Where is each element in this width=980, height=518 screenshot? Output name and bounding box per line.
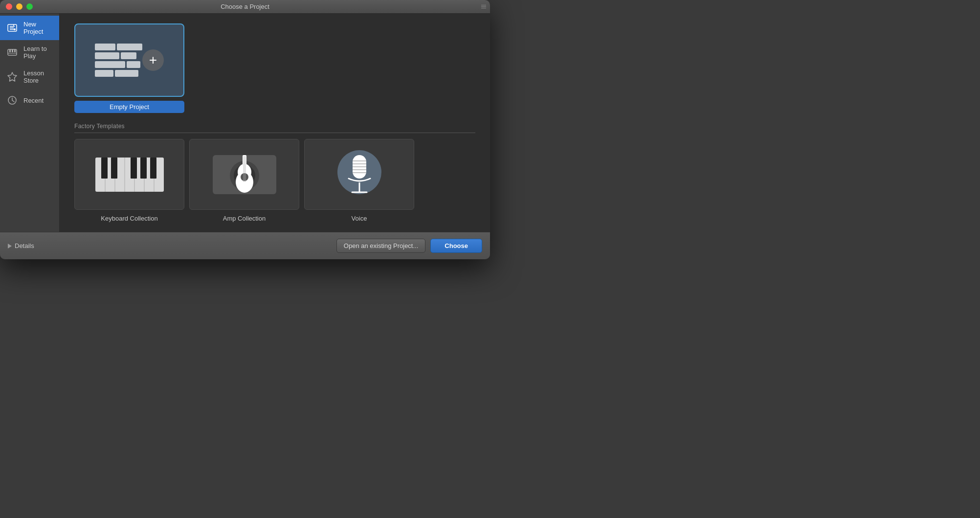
svg-rect-9 bbox=[12, 49, 13, 52]
svg-rect-24 bbox=[150, 158, 156, 179]
amp-collection-label: Amp Collection bbox=[223, 215, 266, 222]
voice-label: Voice bbox=[352, 215, 367, 222]
status-text: Create an empty project bbox=[74, 228, 475, 232]
empty-project-label[interactable]: Empty Project bbox=[74, 101, 184, 113]
factory-templates-title: Factory Templates bbox=[74, 123, 475, 130]
choose-button[interactable]: Choose bbox=[430, 239, 482, 253]
window-controls[interactable] bbox=[6, 3, 33, 10]
sidebar-item-lesson-store[interactable]: Lesson Store bbox=[0, 65, 59, 89]
svg-rect-10 bbox=[14, 49, 16, 52]
plus-icon: + bbox=[142, 49, 164, 71]
template-amp-collection[interactable]: Amp Collection bbox=[189, 139, 299, 222]
details-label: Details bbox=[15, 242, 34, 249]
empty-project-tile[interactable]: + bbox=[74, 23, 184, 97]
bottom-buttons: Open an existing Project... Choose bbox=[336, 239, 482, 253]
sidebar-item-learn-to-play[interactable]: Learn to Play bbox=[0, 40, 59, 65]
window-title: Choose a Project bbox=[221, 3, 269, 10]
bottom-bar: Details Open an existing Project... Choo… bbox=[0, 232, 490, 259]
titlebar: Choose a Project bbox=[0, 0, 490, 14]
maximize-button[interactable] bbox=[26, 3, 33, 10]
factory-divider bbox=[74, 133, 475, 133]
keyboard-collection-label: Keyboard Collection bbox=[101, 215, 157, 222]
main-container: New Project Learn to Play bbox=[0, 14, 490, 232]
keyboard-icon bbox=[90, 150, 169, 199]
amp-collection-tile[interactable] bbox=[189, 139, 299, 210]
sidebar-item-recent-label: Recent bbox=[23, 97, 44, 104]
lesson-store-icon bbox=[6, 70, 19, 83]
svg-rect-20 bbox=[101, 158, 108, 179]
close-button[interactable] bbox=[6, 3, 12, 10]
voice-tile[interactable] bbox=[304, 139, 414, 210]
svg-point-4 bbox=[14, 28, 16, 30]
template-voice[interactable]: Voice bbox=[304, 139, 414, 222]
factory-templates-section: Factory Templates bbox=[74, 123, 475, 232]
microphone-icon bbox=[315, 145, 403, 204]
minimize-button[interactable] bbox=[16, 3, 22, 10]
recent-icon bbox=[6, 94, 19, 107]
sidebar-item-lesson-store-label: Lesson Store bbox=[23, 69, 53, 84]
svg-rect-21 bbox=[111, 158, 117, 179]
details-toggle[interactable]: Details bbox=[8, 242, 34, 249]
resize-handle bbox=[481, 2, 486, 12]
svg-rect-8 bbox=[9, 49, 11, 52]
details-arrow-icon bbox=[8, 244, 12, 248]
guitar-amp-icon bbox=[200, 145, 289, 204]
sidebar-item-learn-to-play-label: Learn to Play bbox=[23, 45, 53, 60]
sidebar: New Project Learn to Play bbox=[0, 14, 60, 232]
svg-rect-22 bbox=[131, 158, 137, 179]
learn-to-play-icon bbox=[6, 46, 19, 59]
sidebar-item-recent[interactable]: Recent bbox=[0, 89, 59, 112]
empty-project-section: + Empty Project bbox=[74, 23, 475, 113]
svg-rect-23 bbox=[140, 158, 147, 179]
new-project-icon bbox=[6, 22, 19, 34]
sidebar-item-new-project-label: New Project bbox=[23, 21, 53, 35]
content-area: + Empty Project Factory Templates bbox=[60, 14, 490, 232]
keyboard-collection-tile[interactable] bbox=[74, 139, 184, 210]
svg-marker-11 bbox=[8, 72, 17, 81]
open-existing-button[interactable]: Open an existing Project... bbox=[336, 239, 425, 253]
template-keyboard-collection[interactable]: Keyboard Collection bbox=[74, 139, 184, 222]
sidebar-item-new-project[interactable]: New Project bbox=[0, 16, 59, 40]
factory-header: Factory Templates bbox=[74, 123, 475, 133]
brick-icon bbox=[95, 44, 142, 77]
templates-grid: Keyboard Collection bbox=[74, 139, 475, 222]
